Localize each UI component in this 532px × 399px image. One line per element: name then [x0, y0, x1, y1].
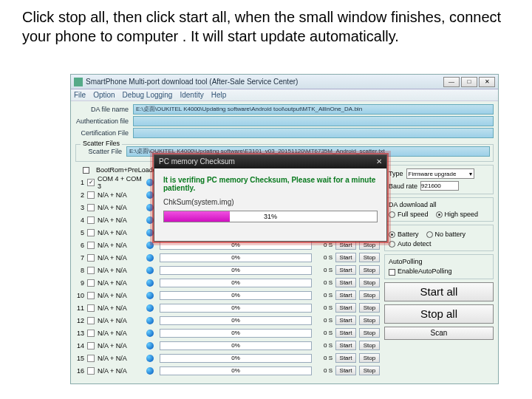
- port-stop-button[interactable]: Stop: [359, 353, 380, 363]
- port-stop-button[interactable]: Stop: [359, 290, 380, 300]
- no-battery-radio[interactable]: [426, 231, 433, 238]
- minimize-button[interactable]: —: [443, 77, 460, 87]
- port-checkbox[interactable]: [87, 330, 95, 337]
- port-stop-button[interactable]: Stop: [359, 278, 380, 287]
- high-speed-radio[interactable]: [436, 211, 443, 218]
- port-start-button[interactable]: Start: [335, 366, 356, 375]
- port-row: 9N/A + N/A0%0 SStartStop: [75, 276, 380, 289]
- menu-help[interactable]: Help: [211, 91, 227, 99]
- battery-label: Battery: [398, 231, 419, 238]
- menu-file[interactable]: File: [74, 91, 86, 99]
- port-start-button[interactable]: Start: [335, 341, 356, 350]
- port-number: 9: [75, 279, 84, 287]
- port-start-button[interactable]: Start: [335, 316, 356, 325]
- port-stop-button[interactable]: Stop: [359, 328, 380, 338]
- port-row: 16N/A + N/A0%0 SStartStop: [75, 364, 380, 377]
- port-progress: 0%: [160, 329, 312, 338]
- port-start-button[interactable]: Start: [335, 303, 356, 313]
- port-checkbox[interactable]: [87, 242, 95, 249]
- port-stop-button[interactable]: Stop: [359, 341, 380, 350]
- type-label: Type: [389, 170, 403, 177]
- port-checkbox[interactable]: [87, 355, 95, 362]
- menu-option[interactable]: Option: [93, 91, 115, 99]
- port-stop-button[interactable]: Stop: [359, 366, 380, 375]
- port-checkbox[interactable]: [87, 304, 95, 312]
- status-dot-icon: [146, 330, 154, 337]
- port-number: 1: [75, 179, 84, 186]
- modal-close-icon[interactable]: ✕: [376, 155, 382, 168]
- scan-button[interactable]: Scan: [384, 327, 494, 340]
- port-number: 15: [75, 355, 84, 362]
- port-label: N/A + N/A: [98, 204, 143, 211]
- status-dot-icon: [146, 304, 154, 312]
- bootrom-checkbox[interactable]: [83, 167, 89, 174]
- full-speed-radio[interactable]: [389, 211, 395, 218]
- battery-radio[interactable]: [389, 231, 395, 238]
- auth-file-input[interactable]: [133, 116, 494, 126]
- maximize-button[interactable]: □: [461, 77, 477, 87]
- da-download-group: DA download all Full speed High speed: [384, 197, 494, 222]
- port-row: 8N/A + N/A0%0 SStartStop: [75, 264, 380, 276]
- baud-label: Baud rate: [389, 183, 417, 190]
- port-start-button[interactable]: Start: [335, 278, 356, 287]
- port-stop-button[interactable]: Stop: [359, 303, 380, 313]
- cert-file-label: Certification File: [75, 129, 133, 137]
- modal-progress: 31%: [163, 211, 378, 222]
- close-button[interactable]: ✕: [479, 77, 495, 87]
- port-checkbox[interactable]: [87, 216, 95, 224]
- port-start-button[interactable]: Start: [335, 353, 356, 363]
- status-dot-icon: [146, 342, 154, 349]
- cert-file-input[interactable]: [133, 128, 494, 138]
- port-number: 3: [75, 204, 84, 211]
- menu-identity[interactable]: Identity: [180, 91, 203, 99]
- status-dot-icon: [146, 367, 154, 375]
- status-dot-icon: [146, 279, 154, 287]
- baud-input[interactable]: [420, 181, 459, 191]
- port-label: N/A + N/A: [98, 279, 143, 287]
- stop-all-button[interactable]: Stop all: [384, 304, 494, 324]
- port-row: 13N/A + N/A0%0 SStartStop: [75, 327, 380, 339]
- port-time: 0 S: [318, 304, 332, 311]
- high-speed-label: High speed: [445, 211, 479, 218]
- port-stop-button[interactable]: Stop: [359, 265, 380, 275]
- port-checkbox[interactable]: [87, 191, 95, 199]
- port-stop-button[interactable]: Stop: [359, 316, 380, 325]
- port-time: 0 S: [318, 242, 332, 248]
- port-row: 11N/A + N/A0%0 SStartStop: [75, 301, 380, 314]
- modal-title: PC memory Checksum: [159, 155, 235, 168]
- port-checkbox[interactable]: [87, 292, 95, 299]
- scatter-group-legend: Scatter Files: [81, 140, 122, 147]
- port-progress: 0%: [160, 316, 312, 325]
- window-title: SmartPhone Multi-port download tool (Aft…: [86, 78, 443, 86]
- auto-detect-radio[interactable]: [389, 241, 395, 248]
- port-label: N/A + N/A: [98, 342, 143, 349]
- port-start-button[interactable]: Start: [335, 290, 356, 300]
- port-time: 0 S: [318, 342, 332, 349]
- port-start-button[interactable]: Start: [335, 328, 356, 338]
- menubar: File Option Debug Logging Identity Help: [71, 89, 498, 101]
- port-checkbox[interactable]: [87, 317, 95, 324]
- port-start-button[interactable]: Start: [335, 265, 356, 275]
- port-label: N/A + N/A: [98, 330, 143, 337]
- port-checkbox[interactable]: [87, 279, 95, 287]
- port-checkbox[interactable]: [87, 204, 95, 211]
- modal-subtext: ChkSum(system.img): [163, 198, 378, 206]
- port-number: 8: [75, 267, 84, 274]
- port-checkbox[interactable]: [87, 367, 95, 375]
- port-checkbox[interactable]: ✓: [87, 179, 95, 186]
- da-file-input[interactable]: E:\桌面\OUKITEL K4000\Updating software\An…: [133, 104, 494, 115]
- type-select[interactable]: Firmware upgrade▾: [406, 168, 474, 179]
- status-dot-icon: [146, 355, 154, 362]
- start-all-button[interactable]: Start all: [384, 282, 494, 301]
- port-time: 0 S: [318, 292, 332, 299]
- port-time: 0 S: [318, 330, 332, 336]
- port-start-button[interactable]: Start: [335, 253, 356, 262]
- port-checkbox[interactable]: [87, 254, 95, 262]
- port-checkbox[interactable]: [87, 342, 95, 349]
- port-checkbox[interactable]: [87, 267, 95, 274]
- menu-debug[interactable]: Debug Logging: [123, 91, 173, 99]
- status-dot-icon: [146, 254, 154, 262]
- enable-autopolling-checkbox[interactable]: [389, 269, 395, 276]
- port-stop-button[interactable]: Stop: [359, 253, 380, 262]
- port-checkbox[interactable]: [87, 229, 95, 236]
